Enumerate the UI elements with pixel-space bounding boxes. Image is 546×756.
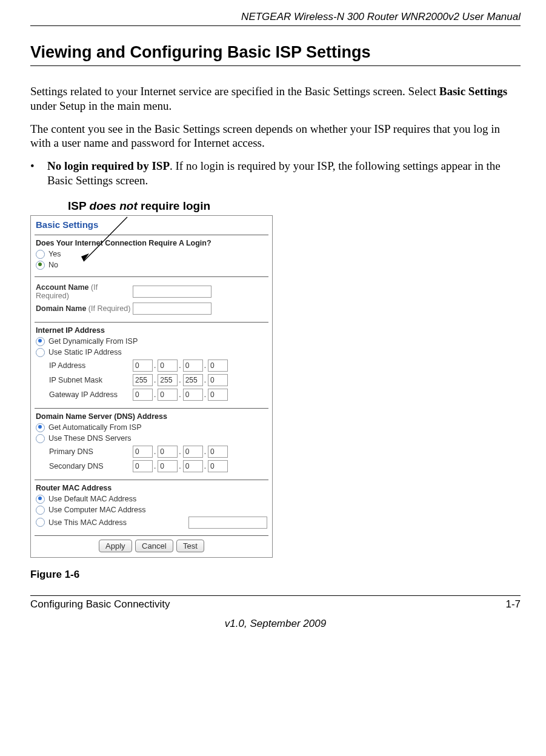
login-no-row[interactable]: No <box>36 261 267 270</box>
ip-oct-3[interactable]: 0 <box>183 360 203 372</box>
secondary-dns-input[interactable]: 0. 0. 0. 0 <box>133 460 228 472</box>
radio-no[interactable] <box>36 261 45 270</box>
subnet-oct-3[interactable]: 255 <box>183 374 203 386</box>
test-button[interactable]: Test <box>176 540 204 552</box>
footer-chapter: Configuring Basic Connectivity <box>30 598 170 610</box>
subnet-label: IP Subnet Mask <box>49 376 133 384</box>
ip-address-input[interactable]: 0. 0. 0. 0 <box>133 360 228 372</box>
radio-dns-use[interactable] <box>36 434 45 443</box>
login-yes-row[interactable]: Yes <box>36 250 267 259</box>
subnet-oct-2[interactable]: 255 <box>158 374 178 386</box>
callout-label: ISP does not require login <box>68 199 521 213</box>
apply-button[interactable]: Apply <box>99 540 132 552</box>
mac-computer-row[interactable]: Use Computer MAC Address <box>36 506 267 515</box>
label-ip-static: Use Static IP Address <box>48 348 122 356</box>
label-mac-default: Use Default MAC Address <box>48 495 136 503</box>
basic-settings-panel: Basic Settings Does Your Internet Connec… <box>30 215 273 558</box>
mac-this-row[interactable]: Use This MAC Address <box>36 517 267 529</box>
sdns-oct-1[interactable]: 0 <box>133 460 153 472</box>
section-heading: Viewing and Configuring Basic ISP Settin… <box>30 43 521 62</box>
radio-mac-computer[interactable] <box>36 506 45 515</box>
running-header: NETGEAR Wireless-N 300 Router WNR2000v2 … <box>30 11 521 26</box>
label-dns-auto: Get Automatically From ISP <box>48 423 142 432</box>
para-1-c: under Setup in the main menu. <box>30 99 171 112</box>
ip-static-row[interactable]: Use Static IP Address <box>36 348 267 357</box>
bullet-bold: No login required by ISP <box>47 159 170 172</box>
ip-address-label: IP Address <box>49 361 133 370</box>
mac-head: Router MAC Address <box>36 484 267 492</box>
gateway-label: Gateway IP Address <box>49 390 133 399</box>
domain-name-label: Domain Name <box>36 304 86 313</box>
cancel-button[interactable]: Cancel <box>135 540 173 552</box>
label-mac-this: Use This MAC Address <box>48 518 188 527</box>
radio-ip-dynamic[interactable] <box>36 337 45 346</box>
label-mac-computer: Use Computer MAC Address <box>48 506 145 514</box>
ip-oct-2[interactable]: 0 <box>158 360 178 372</box>
ip-dyn-row[interactable]: Get Dynamically From ISP <box>36 337 267 346</box>
para-1-bold: Basic Settings <box>439 85 507 98</box>
subnet-oct-1[interactable]: 255 <box>133 374 153 386</box>
gateway-input[interactable]: 0. 0. 0. 0 <box>133 389 228 401</box>
domain-name-hint: (If Required) <box>86 304 130 313</box>
pdns-oct-3[interactable]: 0 <box>183 446 203 458</box>
bullet-no-login: • No login required by ISP. If no login … <box>30 159 521 189</box>
domain-name-input[interactable] <box>133 303 211 315</box>
pdns-oct-4[interactable]: 0 <box>208 446 228 458</box>
mac-this-input[interactable] <box>188 517 267 529</box>
label-yes: Yes <box>48 250 61 258</box>
para-2: The content you see in the Basic Setting… <box>30 122 521 151</box>
account-name-input[interactable] <box>133 286 211 298</box>
pdns-oct-2[interactable]: 0 <box>158 446 178 458</box>
footer-rule <box>30 595 521 596</box>
gw-oct-4[interactable]: 0 <box>208 389 228 401</box>
radio-mac-default[interactable] <box>36 495 45 504</box>
para-1-a: Settings related to your Internet servic… <box>30 85 439 98</box>
footer-version: v1.0, September 2009 <box>30 618 521 630</box>
mac-default-row[interactable]: Use Default MAC Address <box>36 495 267 504</box>
label-no: No <box>48 261 58 269</box>
radio-dns-auto[interactable] <box>36 423 45 432</box>
subnet-oct-4[interactable]: 0 <box>208 374 228 386</box>
callout-pre: ISP <box>68 199 90 212</box>
radio-yes[interactable] <box>36 250 45 259</box>
callout-em: does not <box>90 199 138 212</box>
dns-auto-row[interactable]: Get Automatically From ISP <box>36 423 267 432</box>
dns-use-row[interactable]: Use These DNS Servers <box>36 434 267 443</box>
login-question: Does Your Internet Connection Require A … <box>36 239 267 247</box>
label-ip-dynamic: Get Dynamically From ISP <box>48 337 138 346</box>
ip-oct-4[interactable]: 0 <box>208 360 228 372</box>
figure-caption: Figure 1-6 <box>30 569 285 581</box>
pdns-oct-1[interactable]: 0 <box>133 446 153 458</box>
radio-ip-static[interactable] <box>36 348 45 357</box>
bullet-dot: • <box>30 159 47 189</box>
para-1: Settings related to your Internet servic… <box>30 84 521 113</box>
primary-dns-input[interactable]: 0. 0. 0. 0 <box>133 446 228 458</box>
sdns-oct-2[interactable]: 0 <box>158 460 178 472</box>
ip-oct-1[interactable]: 0 <box>133 360 153 372</box>
figure-wrap: Basic Settings Does Your Internet Connec… <box>30 215 285 581</box>
footer-page-number: 1-7 <box>505 598 521 610</box>
subnet-input[interactable]: 255. 255. 255. 0 <box>133 374 228 386</box>
internet-ip-head: Internet IP Address <box>36 326 267 335</box>
sdns-oct-4[interactable]: 0 <box>208 460 228 472</box>
panel-title: Basic Settings <box>31 216 272 235</box>
label-dns-use: Use These DNS Servers <box>48 434 132 443</box>
gw-oct-2[interactable]: 0 <box>158 389 178 401</box>
primary-dns-label: Primary DNS <box>49 447 133 456</box>
dns-head: Domain Name Server (DNS) Address <box>36 412 267 421</box>
callout-post: require login <box>138 199 210 212</box>
account-name-label: Account Name <box>36 283 89 292</box>
section-rule <box>30 65 521 66</box>
radio-mac-this[interactable] <box>36 518 45 527</box>
gw-oct-1[interactable]: 0 <box>133 389 153 401</box>
secondary-dns-label: Secondary DNS <box>49 462 133 470</box>
sdns-oct-3[interactable]: 0 <box>183 460 203 472</box>
gw-oct-3[interactable]: 0 <box>183 389 203 401</box>
